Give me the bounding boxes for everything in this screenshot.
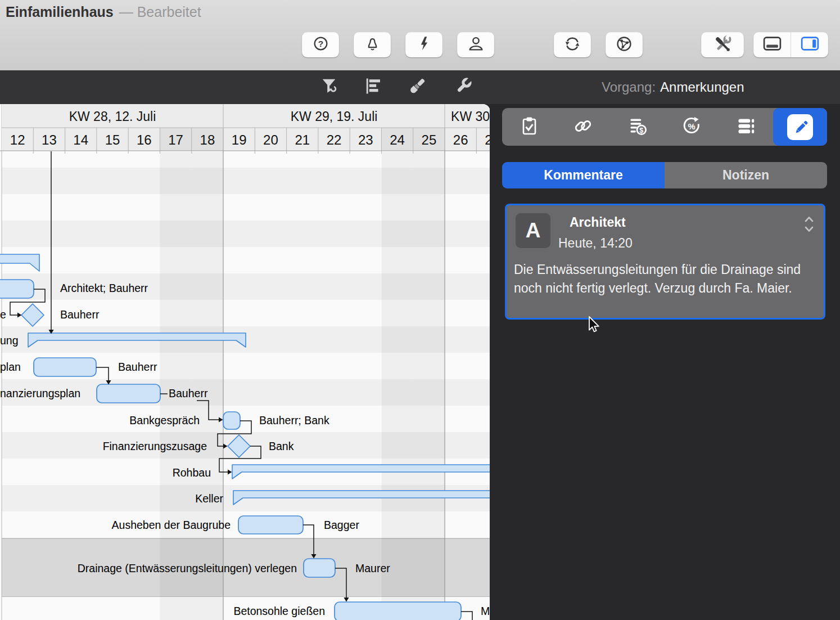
gantt-chart: Architekt; BauherrBauherreungplanBauherr…: [0, 104, 490, 620]
week-header-label: KW 28, 12. Juli: [69, 109, 156, 124]
bottom-pane-icon: [762, 35, 782, 55]
tab-progress[interactable]: %: [665, 108, 719, 146]
avatar: A: [516, 213, 550, 248]
svg-text:$: $: [639, 126, 643, 134]
week-header-label: KW 29, 19. Juli: [291, 109, 378, 124]
right-pane-toggle[interactable]: [791, 32, 828, 57]
gantt-label: nanzierungsplan: [0, 387, 80, 399]
gantt-task-bar[interactable]: [238, 516, 303, 534]
pane-toggle-group: [753, 32, 828, 57]
view-toolbar: Vorgang:Anmerkungen: [0, 70, 840, 104]
weekend-band: [192, 152, 223, 620]
gantt-label: M: [481, 605, 490, 617]
right-pane-icon: [800, 35, 820, 55]
window-title: Einfamilienhaus— Bearbeitet: [6, 4, 201, 20]
tab-annotations[interactable]: [773, 108, 827, 146]
inspector-panel: $ % Kommentare Notizen A Architekt H: [490, 104, 840, 620]
gantt-label: Bauherr: [169, 387, 208, 399]
day-header-label: 13: [42, 132, 57, 147]
comment-text: Die Entwässerungsleitungen für die Drain…: [514, 260, 816, 297]
gantt-label: Finanzierungszusage: [103, 440, 207, 452]
gantt-label: ung: [0, 334, 19, 347]
comment-stepper[interactable]: [803, 215, 815, 236]
gantt-task-bar[interactable]: [304, 559, 335, 577]
wrench-icon: [453, 76, 473, 98]
sync-button[interactable]: [554, 32, 591, 57]
gantt-label: Bauherr: [60, 308, 100, 321]
day-header-label: 17: [168, 132, 183, 147]
comment-card[interactable]: A Architekt Heute, 14:20 Die Entwässerun…: [505, 204, 825, 320]
network-icon: [615, 34, 634, 56]
tab-notizen[interactable]: Notizen: [665, 162, 827, 188]
weekend-band: [381, 152, 413, 620]
mouse-cursor: [585, 315, 602, 336]
gantt-label: Ausheben der Baugrube: [112, 519, 231, 531]
gantt-label: Maurer: [355, 562, 390, 574]
day-header-label: 23: [358, 132, 373, 147]
tab-checklist[interactable]: [502, 108, 556, 146]
filter-button[interactable]: [317, 75, 341, 100]
day-header-label: 14: [73, 132, 88, 147]
day-header-label: 25: [422, 132, 437, 147]
weekend-band: [413, 152, 445, 620]
gantt-task-bar[interactable]: [0, 280, 34, 298]
notifications-button[interactable]: [354, 32, 391, 57]
day-header-label: 26: [453, 132, 468, 147]
help-icon: ?: [311, 34, 330, 55]
gantt-task-bar[interactable]: [223, 412, 240, 429]
svg-text:?: ?: [318, 39, 323, 48]
gantt-label: Keller: [195, 492, 223, 505]
day-header-label: 15: [105, 132, 120, 147]
day-header-label: 20: [263, 132, 278, 147]
gantt-label: Bank: [269, 440, 294, 452]
tools-button[interactable]: [701, 32, 744, 57]
gantt-label: Betonsohle gießen: [233, 605, 325, 617]
rows-icon: [734, 114, 757, 140]
day-header-label: 24: [390, 132, 405, 147]
gantt-label: Rohbau: [173, 466, 211, 479]
gantt-label: Bauherr: [118, 361, 157, 373]
gantt-label: Architekt; Bauherr: [60, 282, 148, 294]
person-icon: [467, 34, 485, 55]
format-button[interactable]: [405, 75, 430, 100]
user-button[interactable]: [457, 32, 494, 57]
app-window: { "window": {"title": "Einfamilienhaus",…: [0, 0, 840, 620]
annotations-active-indicator: [787, 114, 813, 140]
gantt-label: Bagger: [324, 519, 359, 531]
day-header-label: 18: [200, 132, 215, 147]
filter-icon: [319, 76, 339, 98]
clipboard-check-icon: [518, 115, 540, 140]
tab-links[interactable]: [556, 108, 610, 146]
help-button[interactable]: ?: [302, 32, 339, 57]
inspector-tab-bar: $ %: [502, 108, 827, 146]
network-button[interactable]: [606, 32, 643, 57]
gantt-label: Drainage (Entwässerungsleitungen) verleg…: [78, 562, 297, 574]
tools-icon: [712, 34, 733, 56]
lightning-icon: [415, 34, 433, 55]
day-header-label: 21: [295, 132, 310, 147]
cost-list-icon: $: [626, 114, 649, 140]
outline-button[interactable]: [360, 75, 385, 100]
bottom-pane-toggle[interactable]: [753, 32, 791, 57]
tab-kommentare[interactable]: Kommentare: [502, 162, 665, 188]
gantt-label: e: [0, 308, 6, 321]
gantt-task-bar[interactable]: [34, 358, 96, 376]
week-header-label: KW 30: [451, 109, 490, 124]
comment-author: Architekt: [570, 215, 626, 230]
comment-note-tabs: Kommentare Notizen: [502, 162, 827, 188]
sync-icon: [563, 34, 582, 56]
tab-costs[interactable]: $: [611, 108, 665, 146]
svg-text:%: %: [688, 122, 696, 131]
gantt-task-bar[interactable]: [335, 602, 461, 620]
pencil-icon: [791, 117, 809, 137]
gantt-label: Bankgespräch: [129, 414, 200, 426]
gantt-label: plan: [0, 361, 21, 373]
activity-button[interactable]: [405, 32, 442, 57]
progress-icon: %: [680, 114, 703, 140]
weekend-band: [160, 152, 191, 620]
paintbrush-icon: [407, 76, 427, 98]
tab-structure[interactable]: [719, 108, 773, 146]
settings-button[interactable]: [451, 75, 476, 100]
gantt-label: Bauherr; Bank: [259, 414, 329, 426]
gantt-task-bar[interactable]: [97, 384, 160, 403]
